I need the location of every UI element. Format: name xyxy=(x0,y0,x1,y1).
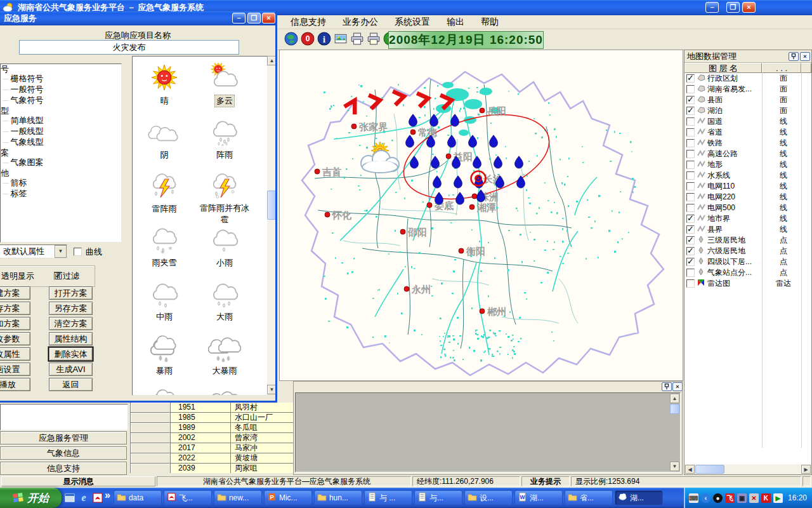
table-row[interactable]: 2002曾家湾 xyxy=(131,433,293,443)
weather-symbol-item[interactable]: 中雨 xyxy=(136,279,193,323)
tree-item[interactable]: ┈┈ 标签 xyxy=(3,189,121,199)
tree-item[interactable]: ┈┈ 气象线型 xyxy=(3,137,121,148)
symbol-tree[interactable]: 符号┈┈ 栅格符号┈┈ 一般符号┈┈ 气象符号线型┈┈ 简单线型┈┈ 一般线型┈… xyxy=(0,64,122,243)
hunan-map[interactable]: 张家界岳阳常德益阳长沙株洲湘潭娄底吉首怀化邵阳衡阳永州郴州 xyxy=(280,50,683,380)
dialog-button-right[interactable]: 打开方案 xyxy=(49,286,93,300)
taskbar-task-button[interactable]: 与 ... xyxy=(364,490,412,505)
table-row[interactable]: 2039周家咀 xyxy=(131,464,293,473)
city-marker[interactable]: 常德 xyxy=(410,127,438,138)
keyboard-icon[interactable]: ⌨ xyxy=(689,493,698,503)
city-marker[interactable]: 吉首 xyxy=(315,166,341,177)
layer-checkbox[interactable] xyxy=(686,128,695,137)
close-icon[interactable]: × xyxy=(800,52,810,61)
layer-checkbox[interactable] xyxy=(686,279,695,288)
collapse-tray-icon[interactable]: ‹ xyxy=(701,493,710,503)
tree-item[interactable]: ┈┈ 气象符号 xyxy=(3,95,121,106)
dialog-button-left[interactable]: 画设置 xyxy=(0,363,30,376)
curve-checkbox[interactable] xyxy=(74,248,82,256)
layer-checkbox[interactable] xyxy=(686,117,695,126)
sidebar-section-3[interactable]: 信息支持 xyxy=(0,462,127,475)
fetion-icon[interactable]: 飞 xyxy=(725,493,735,503)
scroll-up-icon[interactable]: ▲ xyxy=(670,394,679,403)
weather-symbol-item[interactable]: 大雨 xyxy=(196,279,253,323)
close-icon[interactable]: × xyxy=(672,382,683,391)
layer-row[interactable]: 气象站点分...点 xyxy=(684,267,811,278)
city-marker[interactable]: 怀化 xyxy=(325,210,352,220)
city-marker[interactable]: 湘潭 xyxy=(469,202,496,213)
weather-symbol-item[interactable] xyxy=(196,387,253,396)
taskbar-task-button[interactable]: hun... xyxy=(314,490,362,505)
layer-row[interactable]: 县面面 xyxy=(684,95,811,105)
dialog-button-left[interactable]: 建方案 xyxy=(0,286,30,300)
weather-symbol-item[interactable]: 大暴雨 xyxy=(196,333,253,377)
layer-row[interactable]: 三级居民地点 xyxy=(684,235,811,246)
layers-hscrollbar[interactable]: ◀ ▶ xyxy=(684,464,811,474)
image-icon[interactable] xyxy=(334,32,348,46)
scroll-down-icon[interactable]: ▼ xyxy=(267,385,277,394)
antivirus-icon[interactable]: K xyxy=(761,493,771,503)
scroll-thumb[interactable] xyxy=(670,404,679,414)
taskbar-task-button[interactable]: W湖... xyxy=(514,490,563,505)
taskbar-task-button[interactable]: 与... xyxy=(414,490,462,505)
scroll-thumb[interactable] xyxy=(695,465,724,474)
layers-column-header-extra[interactable] xyxy=(801,63,811,73)
city-marker[interactable]: 张家界 xyxy=(351,121,388,132)
scroll-up-icon[interactable]: ▲ xyxy=(267,56,277,65)
layer-row[interactable]: 地市界线 xyxy=(684,213,811,224)
maximize-button[interactable]: ❐ xyxy=(726,2,740,13)
taskbar-task-button[interactable]: 省... xyxy=(565,490,613,505)
dialog-close-button[interactable]: × xyxy=(262,13,275,23)
menu-item[interactable]: 业务办公 xyxy=(343,17,378,28)
table-row[interactable]: 1985水口山一厂 xyxy=(131,413,293,423)
taskbar-task-button[interactable]: 湖... xyxy=(615,490,663,505)
dialog-button-right[interactable]: 返回 xyxy=(49,378,93,391)
layer-checkbox[interactable] xyxy=(686,85,695,93)
layer-row[interactable]: 省道线 xyxy=(684,127,811,138)
info-icon[interactable]: i xyxy=(317,32,331,46)
layer-checkbox[interactable] xyxy=(686,107,695,115)
layer-row[interactable]: 六级居民地点 xyxy=(684,246,811,257)
weather-scrollbar[interactable]: ▲ ▼ xyxy=(267,56,277,394)
layer-checkbox[interactable] xyxy=(686,182,695,190)
project-name-input[interactable] xyxy=(19,40,239,55)
quicklaunch-ie-icon[interactable]: e xyxy=(78,492,89,504)
layer-checkbox[interactable] xyxy=(686,161,695,169)
layer-checkbox[interactable] xyxy=(686,269,695,277)
taskbar-task-button[interactable]: 设... xyxy=(464,490,513,505)
pin-icon[interactable] xyxy=(789,52,799,61)
block-icon[interactable]: 0 xyxy=(301,32,315,46)
dialog-button-right[interactable]: 删除实体 xyxy=(49,347,93,361)
tree-root-item[interactable]: 线型 xyxy=(0,106,121,116)
weather-symbol-item[interactable]: 暴雨 xyxy=(136,333,193,377)
print-icon[interactable] xyxy=(350,32,364,46)
dialog-maximize-button[interactable]: ❐ xyxy=(247,13,261,23)
layer-row[interactable]: 地形线 xyxy=(684,159,811,170)
mute-icon[interactable]: ✕ xyxy=(749,493,759,503)
table-row[interactable]: 2017马家冲 xyxy=(131,443,293,453)
quicklaunch-app-icon[interactable] xyxy=(92,492,103,504)
chevron-down-icon[interactable]: ▼ xyxy=(55,245,67,258)
chevron-more-icon[interactable]: » xyxy=(105,490,110,501)
dialog-minimize-button[interactable]: – xyxy=(232,13,246,23)
scroll-down-icon[interactable]: ▼ xyxy=(670,462,679,471)
taskbar-task-button[interactable]: data xyxy=(114,490,162,505)
tree-root-item[interactable]: 其他 xyxy=(0,168,121,178)
weather-symbol-item[interactable]: 多云 xyxy=(196,63,253,107)
city-marker[interactable]: 衡阳 xyxy=(459,246,485,257)
layer-row[interactable]: 行政区划面 xyxy=(684,73,811,84)
dialog-button-right[interactable]: 生成AVI xyxy=(49,363,93,376)
taskbar-task-button[interactable]: new... xyxy=(214,490,262,505)
layer-checkbox[interactable] xyxy=(686,139,695,147)
layer-checkbox[interactable] xyxy=(686,236,695,244)
media-player-icon[interactable]: ▶ xyxy=(773,493,783,503)
layer-row[interactable]: 电网500线 xyxy=(684,203,811,213)
weather-symbol-item[interactable]: 小雨 xyxy=(196,225,253,269)
dialog-button-right[interactable]: 另存方案 xyxy=(49,302,93,315)
taskbar-task-button[interactable]: 飞... xyxy=(164,490,212,505)
layer-row[interactable]: 雷达图雷达 xyxy=(684,278,811,289)
station-table[interactable]: 1951凤羽村1985水口山一厂1989冬瓜咀2002曾家湾2017马家冲202… xyxy=(130,403,293,473)
weather-symbol-item[interactable]: 阴 xyxy=(136,117,193,161)
tree-root-item[interactable]: 图案 xyxy=(0,148,121,157)
layer-checkbox[interactable] xyxy=(686,171,695,180)
layer-checkbox[interactable] xyxy=(686,247,695,255)
